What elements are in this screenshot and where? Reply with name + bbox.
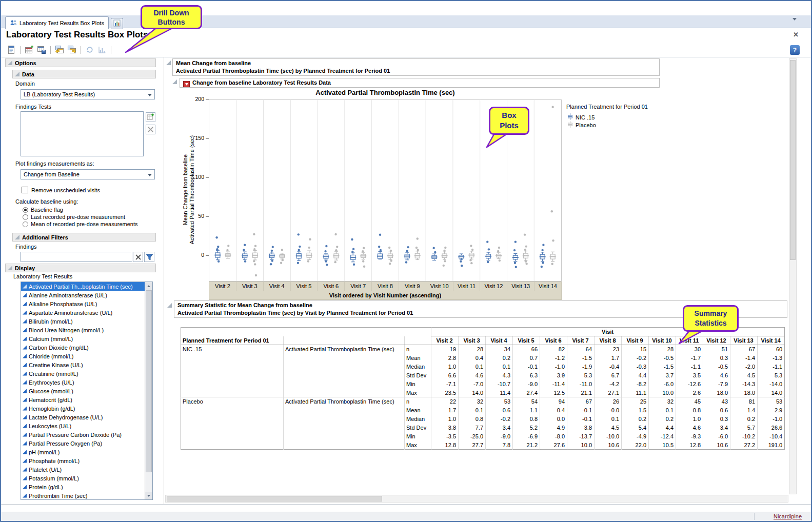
vertical-scrollbar[interactable] — [789, 58, 797, 494]
horizontal-scrollbar[interactable] — [165, 495, 788, 503]
outline-title: Mean Change from baseline — [176, 59, 656, 67]
report-menu-button[interactable] — [183, 81, 190, 88]
radio-baseline-flag[interactable] — [23, 207, 28, 213]
lab-test-item[interactable]: Creatine Kinase (U/L) — [21, 360, 145, 369]
remove-test-button[interactable] — [146, 125, 155, 134]
options-header[interactable]: Options — [5, 58, 156, 67]
radio-mean-predose[interactable] — [23, 222, 28, 227]
continuous-variable-icon — [23, 450, 27, 454]
lab-test-item[interactable]: Chloride (mmol/L) — [21, 352, 145, 360]
lab-test-item[interactable]: Creatinine (mmol/L) — [21, 369, 145, 378]
continuous-variable-icon — [23, 485, 27, 489]
visit-label: Visit 14 — [534, 282, 561, 291]
plot-as-select[interactable]: Change from Baseline — [21, 169, 155, 179]
disclosure-icon[interactable] — [166, 61, 171, 65]
visit-column-header: Visit 6 — [540, 336, 567, 345]
close-icon[interactable]: ✕ — [793, 31, 799, 38]
disclosure-icon[interactable] — [8, 61, 12, 65]
lab-test-item[interactable]: Erythrocytes (U/L) — [21, 378, 145, 387]
y-tick-mark — [206, 216, 209, 217]
visit-column-header: Visit 3 — [459, 336, 486, 345]
scroll-thumb[interactable] — [790, 60, 796, 260]
visit-label: Visit 4 — [264, 282, 291, 291]
lab-test-item[interactable]: Activated Partial Th...boplastin Time (s… — [21, 282, 145, 291]
mean-change-outline[interactable]: Mean Change from baseline Activated Part… — [172, 58, 660, 76]
continuous-variable-icon — [23, 363, 27, 367]
lab-test-item[interactable]: Carbon Dioxide (mg/dL) — [21, 343, 145, 352]
tab-lab-test-results[interactable]: Laboratory Test Results Box Plots — [5, 16, 109, 29]
lab-test-item[interactable]: Alkaline Phosphatase (U/L) — [21, 299, 145, 308]
new-report-icon[interactable] — [6, 45, 16, 55]
display-header[interactable]: Display — [5, 264, 156, 272]
add-test-button[interactable] — [146, 112, 155, 122]
legend-item-nic[interactable]: NIC .15 — [567, 113, 595, 121]
save-data-icon[interactable] — [36, 45, 47, 55]
callout-drill-down: Drill Down Buttons — [141, 5, 202, 29]
lab-test-item[interactable]: Potassium (mmol/L) — [21, 474, 145, 483]
continuous-variable-icon — [23, 311, 27, 315]
data-header[interactable]: Data — [12, 70, 156, 78]
visit-column-header: Visit 14 — [758, 336, 785, 345]
study-link[interactable]: Nicardipine — [774, 513, 802, 519]
lab-test-item[interactable]: Hemoglobin (g/dL) — [21, 404, 145, 413]
lab-test-item[interactable]: Hematocrit (g/dL) — [21, 395, 145, 404]
list-scrollbar[interactable] — [145, 282, 152, 499]
outline-subtitle: Activated Partial Thromboplastin Time (s… — [176, 67, 656, 75]
legend-item-placebo[interactable]: Placebo — [567, 121, 596, 129]
data-table-icon[interactable] — [24, 45, 34, 55]
disclosure-icon[interactable] — [167, 303, 172, 308]
refresh-icon[interactable] — [85, 45, 95, 55]
lab-test-item[interactable]: Partial Pressure Oxygen (Pa) — [21, 439, 145, 448]
additional-filters-header[interactable]: Additional Filters — [12, 233, 156, 242]
lab-test-item[interactable]: Prothrombin Time (sec) — [21, 491, 145, 499]
disclosure-icon[interactable] — [15, 235, 19, 239]
scroll-down-icon[interactable] — [145, 492, 152, 499]
summary-table-row: Mean1.7-0.1-0.61.10.4-0.1-0.01.50.10.80.… — [181, 406, 785, 415]
continuous-variable-icon — [23, 468, 27, 472]
x-icon — [135, 254, 141, 260]
tab-overflow-icon[interactable] — [793, 21, 797, 27]
drilldown-back-icon[interactable] — [54, 45, 65, 55]
lab-test-item[interactable]: Leukocytes (U/L) — [21, 421, 145, 430]
tab-chart[interactable] — [111, 18, 123, 29]
lab-test-item[interactable]: Aspartate Aminotransferase (U/L) — [21, 308, 145, 317]
lab-test-item[interactable]: pH (mmol/L) — [21, 448, 145, 456]
clear-filter-button[interactable] — [133, 252, 143, 262]
lab-test-item[interactable]: Partial Pressure Carbon Dioxide (Pa) — [21, 430, 145, 439]
lab-test-item[interactable]: Protein (g/dL) — [21, 483, 145, 491]
filter-button[interactable] — [144, 252, 154, 262]
radio-last-predose[interactable] — [23, 214, 28, 220]
lab-test-item[interactable]: Phosphate (mmol/L) — [21, 456, 145, 465]
findings-tests-listbox[interactable] — [21, 111, 144, 156]
continuous-variable-icon — [23, 476, 27, 480]
drilldown-forward-icon[interactable] — [67, 45, 77, 55]
lab-test-item[interactable]: Bilirubin (mmol/L) — [21, 317, 145, 326]
data-outline[interactable]: Change from baseline Laboratory Test Res… — [180, 78, 660, 88]
lab-test-item[interactable]: Glucose (mmol/L) — [21, 387, 145, 395]
chart-icon[interactable] — [97, 45, 107, 55]
toolbar — [6, 45, 113, 55]
lab-test-item[interactable]: Alanine Aminotransferase (U/L) — [21, 291, 145, 299]
lab-test-item[interactable]: Calcium (mmol/L) — [21, 334, 145, 343]
lab-test-list[interactable]: Activated Partial Th...boplastin Time (s… — [21, 282, 153, 500]
lab-test-item[interactable]: Lactate Dehydrogenase (U/L) — [21, 413, 145, 421]
scroll-thumb[interactable] — [146, 290, 152, 472]
summary-table-row: Median1.00.10.1-0.1-1.0-1.9-0.4-0.3-1.5-… — [181, 363, 785, 371]
disclosure-icon[interactable] — [8, 266, 12, 270]
findings-filter-input[interactable] — [21, 252, 132, 262]
lab-test-item[interactable]: Platelet (U/L) — [21, 465, 145, 474]
visit-column-header: Visit 13 — [730, 336, 758, 345]
plot-as-label: Plot findings measurements as: — [15, 160, 94, 167]
scroll-up-icon[interactable] — [145, 282, 152, 290]
remove-unscheduled-checkbox[interactable] — [22, 187, 28, 193]
radio-mean-predose-label: Mean of recorded pre-dose measurements — [31, 221, 138, 227]
legend-title: Planned Treatment for Period 01 — [566, 104, 648, 110]
domain-select[interactable]: LB (Laboratory Test Results) — [21, 89, 155, 99]
help-button[interactable]: ? — [790, 45, 800, 55]
domain-label: Domain — [15, 81, 35, 87]
summary-table-row: Max12.827.77.821.227.610.010.622.010.512… — [181, 441, 785, 450]
disclosure-icon[interactable] — [172, 79, 177, 84]
lab-test-item[interactable]: Blood Urea Nitrogen (mmol/L) — [21, 326, 145, 334]
disclosure-icon[interactable] — [15, 72, 19, 76]
scroll-thumb[interactable] — [167, 496, 382, 501]
